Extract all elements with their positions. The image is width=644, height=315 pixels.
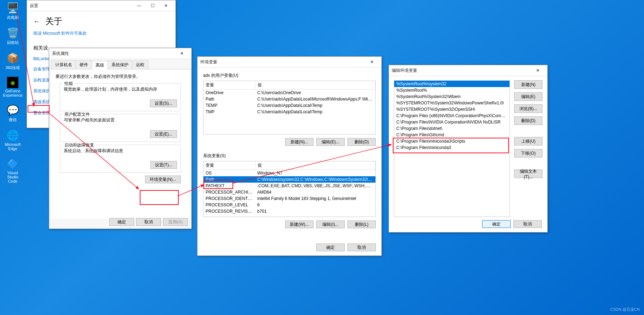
entry-edit-button[interactable]: 编辑(E) bbox=[514, 92, 542, 101]
close-icon[interactable]: ✕ bbox=[159, 0, 173, 11]
desktop-icon-edge[interactable]: 🌐Microsoft Edge bbox=[2, 129, 23, 151]
table-row[interactable]: PathC:\Users\ads\AppData\Local\Microsoft… bbox=[203, 96, 375, 102]
path-entries-list[interactable]: %SystemRoot%\system32%SystemRoot%%System… bbox=[394, 80, 510, 217]
table-row[interactable]: PROCESSOR_ARCHITECT...AMD64 bbox=[203, 189, 375, 195]
entry-up-button[interactable]: 上移(U) bbox=[514, 137, 542, 145]
editenv-titlebar: 编辑环境变量 ✕ bbox=[389, 65, 547, 76]
list-item[interactable]: C:\Program Files (x86)\NVIDIA Corporatio… bbox=[394, 113, 510, 119]
sysprops-cancel-button[interactable]: 取消 bbox=[136, 218, 161, 226]
entry-new-button[interactable]: 新建(N) bbox=[514, 80, 542, 89]
sys-edit-button[interactable]: 编辑(I)... bbox=[316, 220, 345, 228]
env-title: 环境变量 bbox=[200, 59, 217, 65]
editenv-ok-button[interactable]: 确定 bbox=[482, 220, 511, 228]
desktop-icon-recycle[interactable]: 🗑️回收站 bbox=[2, 27, 23, 45]
path-entry: %SystemRoot%\system32 bbox=[394, 81, 510, 87]
editenv-cancel-button[interactable]: 取消 bbox=[513, 220, 542, 228]
group-profile-legend: 用户配置文件 bbox=[63, 111, 91, 118]
tab-remote[interactable]: 远程 bbox=[132, 61, 148, 69]
settings-title: 设置 bbox=[30, 3, 38, 9]
table-row[interactable]: TMPC:\Users\ads\AppData\Local\Temp bbox=[203, 109, 375, 115]
list-item[interactable]: %SystemRoot%\system32 bbox=[394, 81, 510, 87]
entry-delete-button[interactable]: 删除(D) bbox=[514, 116, 542, 125]
startup-settings-button[interactable]: 设置(T)... bbox=[150, 161, 177, 169]
var-value: b701 bbox=[255, 208, 375, 214]
var-name: Path bbox=[203, 177, 255, 182]
var-value: C:\Users\ads\AppData\Local\Temp bbox=[255, 109, 375, 115]
env-titlebar: 环境变量 ✕ bbox=[197, 57, 381, 68]
entry-edit-text-button[interactable]: 编辑文本(T)... bbox=[514, 170, 542, 178]
path-entry: C:\Program Files\Git\cmd bbox=[394, 132, 510, 138]
env-variables-button[interactable]: 环境变量(N)... bbox=[145, 176, 181, 183]
close-icon[interactable]: ✕ bbox=[365, 57, 379, 67]
license-link[interactable]: 阅读 Microsoft 软件许可条款 bbox=[33, 30, 169, 36]
var-name: OS bbox=[203, 170, 255, 176]
sys-new-button[interactable]: 新建(W)... bbox=[285, 220, 314, 228]
var-value: .COM;.EXE;.BAT;.CMD;.VBS;.VBE;.JS;.JSE;.… bbox=[255, 183, 375, 189]
sysprops-ok-button[interactable]: 确定 bbox=[109, 218, 134, 226]
path-entry: C:\Program Files\miniconda3\Scripts bbox=[394, 138, 510, 144]
list-item[interactable]: C:\Program Files\NVIDIA Corporation\NVID… bbox=[394, 119, 510, 125]
var-value: C:\Users\ads\AppData\Local\Temp bbox=[255, 103, 375, 108]
table-row[interactable]: OSWindows_NT bbox=[203, 170, 375, 176]
list-item[interactable]: %SystemRoot%\System32\Wbem bbox=[394, 93, 510, 100]
back-icon[interactable]: ← bbox=[33, 17, 40, 25]
sysprops-tabs: 计算机名 硬件 高级 系统保护 远程 bbox=[49, 59, 191, 69]
list-item[interactable]: %SystemRoot% bbox=[394, 87, 510, 93]
sysprops-titlebar: 系统属性 ✕ bbox=[49, 48, 191, 59]
desktop-icon-360zip[interactable]: 📦360压缩 bbox=[2, 52, 23, 70]
list-item[interactable]: C:\Program Files\Git\cmd bbox=[394, 132, 510, 138]
sysprops-apply-button[interactable]: 应用(A) bbox=[163, 218, 188, 226]
sys-vars-list[interactable]: 变量值 OSWindows_NTPathC:\Windows\system32;… bbox=[203, 161, 376, 217]
user-vars-list[interactable]: 变量值 OneDriveC:\Users\ads\OneDrivePathC:\… bbox=[203, 81, 376, 134]
var-value: 6 bbox=[255, 202, 375, 208]
user-delete-button[interactable]: 删除(D) bbox=[347, 138, 376, 146]
sysprops-title: 系统属性 bbox=[52, 51, 69, 57]
perf-desc: 视觉效果，处理器计划，内存使用，以及虚拟内存 bbox=[64, 86, 177, 92]
group-startup-legend: 启动和故障恢复 bbox=[63, 142, 96, 148]
list-item[interactable]: %SYSTEMROOT%\System32\WindowsPowerShell\… bbox=[394, 100, 510, 106]
close-icon[interactable]: ✕ bbox=[175, 48, 189, 59]
col-value: 值 bbox=[255, 161, 375, 170]
env-cancel-button[interactable]: 取消 bbox=[347, 244, 376, 251]
tab-advanced[interactable]: 高级 bbox=[92, 61, 108, 69]
user-edit-button[interactable]: 编辑(E)... bbox=[316, 138, 345, 146]
maximize-icon[interactable]: ☐ bbox=[146, 0, 159, 11]
table-row[interactable]: TEMPC:\Users\ads\AppData\Local\Temp bbox=[203, 102, 375, 109]
desktop-icon-geforce[interactable]: ◉GeForce Experience bbox=[2, 77, 23, 97]
tab-system-protection[interactable]: 系统保护 bbox=[108, 61, 132, 69]
list-item[interactable]: C:\Program Files\miniconda3 bbox=[394, 144, 510, 151]
table-row[interactable]: PATHEXT.COM;.EXE;.BAT;.CMD;.VBS;.VBE;.JS… bbox=[203, 183, 375, 189]
edit-env-dialog: 编辑环境变量 ✕ %SystemRoot%\system32%SystemRoo… bbox=[389, 65, 548, 233]
editenv-buttons: 新建(N) 编辑(E) 浏览(B)... 删除(D) 上移(U) 下移(O) 编… bbox=[514, 80, 542, 217]
entry-browse-button[interactable]: 浏览(B)... bbox=[514, 104, 542, 113]
path-entry: %SystemRoot% bbox=[394, 87, 510, 93]
minimize-icon[interactable]: — bbox=[132, 0, 146, 11]
tab-hardware[interactable]: 硬件 bbox=[76, 61, 92, 69]
table-row[interactable]: OneDriveC:\Users\ads\OneDrive bbox=[203, 90, 375, 96]
table-row[interactable]: PROCESSOR_IDENTIFIERIntel64 Family 6 Mod… bbox=[203, 195, 375, 202]
list-item[interactable]: %SYSTEMROOT%\System32\OpenSSH\ bbox=[394, 106, 510, 113]
page-title: 关于 bbox=[45, 16, 62, 27]
monitor-icon: 🖥️ bbox=[6, 1, 19, 14]
table-row[interactable]: PROCESSOR_REVISIONb701 bbox=[203, 208, 375, 214]
list-item[interactable]: C:\Program Files\dotnet\ bbox=[394, 125, 510, 132]
vscode-icon: 🔷 bbox=[6, 157, 19, 170]
close-icon[interactable]: ✕ bbox=[531, 65, 545, 76]
table-row[interactable]: PathC:\Windows\system32;C:\Windows;C:\Wi… bbox=[203, 176, 375, 183]
table-row[interactable]: PROCESSOR_LEVEL6 bbox=[203, 202, 375, 208]
profile-desc: 与登录帐户相关的桌面设置 bbox=[64, 117, 177, 123]
var-value: C:\Windows\system32;C:\Windows;C:\Window… bbox=[255, 177, 375, 182]
profile-settings-button[interactable]: 设置(E)... bbox=[150, 130, 177, 138]
entry-down-button[interactable]: 下移(O) bbox=[514, 149, 542, 158]
desktop-icon-this-pc[interactable]: 🖥️此电脑 bbox=[2, 1, 23, 20]
trash-icon: 🗑️ bbox=[6, 27, 19, 39]
tab-computer-name[interactable]: 计算机名 bbox=[51, 61, 76, 69]
env-ok-button[interactable]: 确定 bbox=[316, 244, 345, 251]
sys-delete-button[interactable]: 删除(L) bbox=[347, 220, 376, 228]
desktop-icon-wechat[interactable]: 💬微信 bbox=[2, 104, 23, 122]
list-item[interactable]: C:\Program Files\miniconda3\Scripts bbox=[394, 138, 510, 144]
startup-desc: 系统启动、系统故障和调试信息 bbox=[64, 148, 177, 154]
perf-settings-button[interactable]: 设置(S)... bbox=[150, 99, 177, 107]
user-new-button[interactable]: 新建(N)... bbox=[285, 138, 314, 146]
desktop-icon-vscode[interactable]: 🔷Visual Studio Code bbox=[2, 157, 23, 183]
